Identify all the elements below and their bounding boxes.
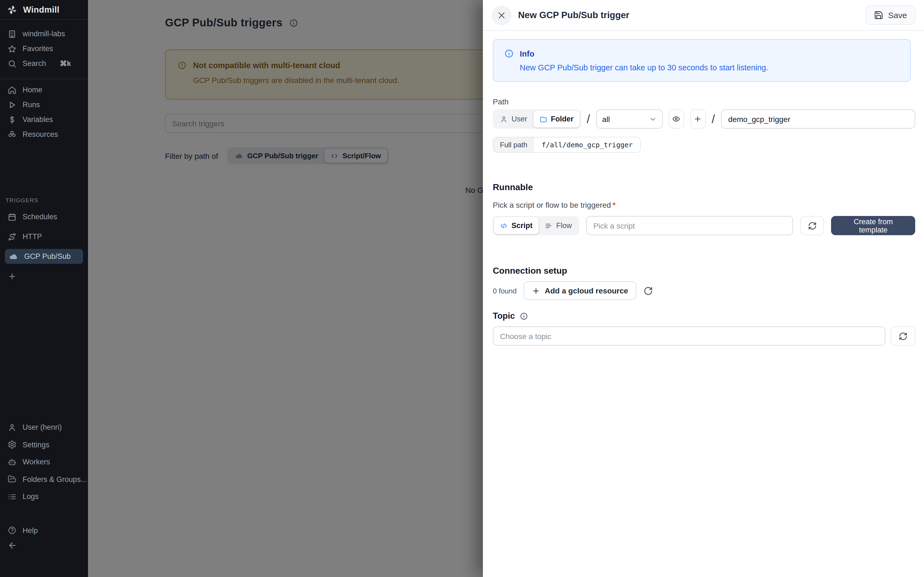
topic-row [493,326,915,346]
runnable-kind-toggle-group: Script Flow [493,216,579,235]
search-icon [8,59,16,68]
connection-section-title: Connection setup [493,266,915,276]
plus-icon [532,287,540,295]
sidebar-bottom-section: User (henri) Settings Workers Folders & … [0,419,88,553]
sidebar-item-label: Home [23,86,42,94]
path-separator: / [587,112,590,126]
runnable-toggle-label: Script [512,221,533,230]
topic-section-title: Topic [493,311,515,321]
collapse-sidebar-button[interactable] [0,538,88,553]
arrow-left-icon [8,540,17,550]
add-folder-button[interactable] [690,110,706,129]
owner-toggle-label: User [512,115,527,123]
info-icon[interactable] [520,312,528,320]
owner-toggle-label: Folder [551,115,573,123]
drawer-body: Info New GCP Pub/Sub trigger can take up… [483,31,924,577]
sidebar-item-label: Folders & Groups... [23,475,87,484]
plus-icon [8,272,16,280]
sidebar-item-user[interactable]: User (henri) [0,419,88,436]
full-path-value: f/all/demo_gcp_trigger [534,137,640,152]
brand[interactable]: Windmill [0,0,88,20]
sidebar-item-folders-groups[interactable]: Folders & Groups... [0,471,88,488]
sidebar-item-workers[interactable]: Workers [0,453,88,471]
owner-toggle-user[interactable]: User [494,110,533,127]
route-icon [8,232,16,241]
sidebar-item-http[interactable]: HTTP [0,229,88,244]
sidebar-item-variables[interactable]: Variables [0,112,88,127]
path-row: User Folder / all / [493,110,915,129]
save-button[interactable]: Save [866,5,915,25]
list-icon [8,492,16,501]
sidebar-item-label: Workers [23,458,50,466]
close-icon [497,11,506,19]
owner-toggle-folder[interactable]: Folder [533,110,580,127]
required-mark: * [613,201,616,210]
pick-script-input[interactable] [586,216,793,235]
sidebar-item-label: User (henri) [23,424,62,432]
dollar-icon [8,115,16,124]
refresh-topics-button[interactable] [890,326,915,346]
sidebar-item-schedules[interactable]: Schedules [0,210,88,224]
sidebar-item-label: Resources [23,130,58,139]
sidebar-item-label: HTTP [23,232,42,241]
runnable-section-title: Runnable [493,182,915,192]
sidebar-item-label: Favorites [23,45,53,53]
add-trigger-kind-button[interactable] [0,269,88,284]
boxes-icon [8,130,16,139]
sidebar-item-home[interactable]: Home [0,82,88,97]
sidebar-item-settings[interactable]: Settings [0,436,88,453]
topic-section-header: Topic [493,311,915,321]
refresh-resources-button[interactable] [643,286,653,295]
sidebar-top-section: windmill-labs Favorites Search ⌘k [0,20,88,79]
info-message: New GCP Pub/Sub trigger can take up to 3… [520,63,899,72]
sidebar-item-search[interactable]: Search ⌘k [0,56,88,71]
windmill-logo-icon [6,4,18,15]
sidebar-item-help[interactable]: Help [0,523,88,538]
sidebar-item-gcp-pubsub[interactable]: GCP Pub/Sub [5,249,83,264]
sidebar-item-label: GCP Pub/Sub [24,252,71,261]
runnable-toggle-flow[interactable]: Flow [539,217,578,234]
refresh-icon [808,221,816,230]
sidebar-item-label: windmill-labs [23,30,65,38]
drawer-header: New GCP Pub/Sub trigger Save [483,0,924,31]
sidebar-item-logs[interactable]: Logs [0,488,88,505]
refresh-icon [898,332,907,340]
new-trigger-drawer: New GCP Pub/Sub trigger Save Info New GC… [483,0,924,577]
close-drawer-button[interactable] [492,5,512,25]
folder-icon [539,115,547,123]
sidebar-item-favorites[interactable]: Favorites [0,41,88,56]
create-from-template-button[interactable]: Create from template [831,216,915,235]
home-icon [8,85,16,94]
info-banner: Info New GCP Pub/Sub trigger can take up… [493,39,911,82]
view-folder-button[interactable] [669,110,684,129]
runnable-toggle-script[interactable]: Script [494,217,539,234]
refresh-scripts-button[interactable] [800,216,824,235]
app-root: Windmill windmill-labs Favorites Search … [0,0,924,577]
sidebar-item-label: Settings [23,441,50,449]
plus-icon [694,115,702,123]
choose-topic-input[interactable] [493,326,885,346]
eye-icon [672,115,681,123]
trigger-name-input[interactable] [721,110,915,129]
folder-select[interactable]: all [596,110,663,129]
sidebar-item-label: Search [23,60,46,68]
owner-toggle-group: User Folder [493,110,581,129]
runnable-description: Pick a script or flow to be triggered* [493,201,915,210]
sidebar-item-label: Runs [23,101,40,109]
sidebar-item-runs[interactable]: Runs [0,97,88,112]
add-gcloud-resource-button[interactable]: Add a gcloud resource [524,281,636,300]
sidebar-item-resources[interactable]: Resources [0,127,88,142]
calendar-icon [8,213,16,221]
full-path-badge: Full path f/all/demo_gcp_trigger [493,137,641,153]
sidebar-item-label: Variables [23,115,53,124]
runnable-toggle-label: Flow [556,221,572,230]
star-icon [8,44,16,53]
flow-icon [545,222,552,229]
search-shortcut: ⌘k [60,60,71,68]
sidebar-item-label: Help [23,526,38,534]
sidebar-item-workspace[interactable]: windmill-labs [0,26,88,41]
chevron-down-icon [649,115,657,123]
sidebar-item-label: Logs [23,493,39,501]
code-icon [500,222,508,229]
save-icon [874,10,883,20]
